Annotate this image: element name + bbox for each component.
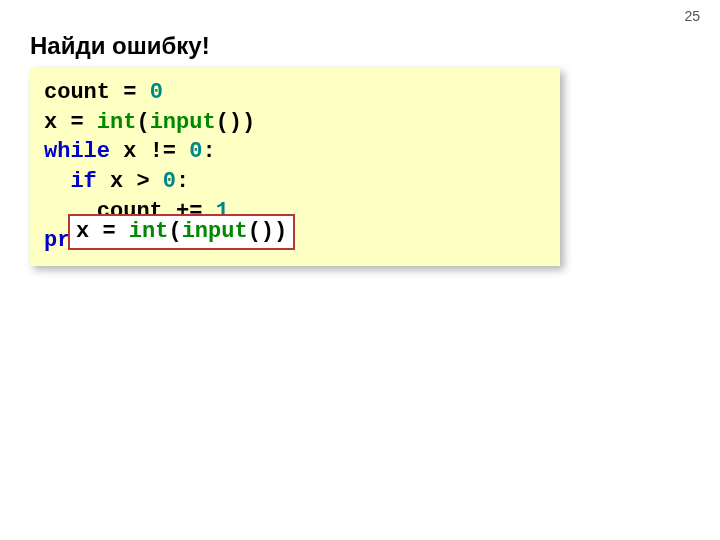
correction-overlay: x = int(input()) [68,214,295,250]
code-line-1: count = 0 [44,78,546,108]
slide-title: Найди ошибку! [30,32,210,60]
code-line-2: x = int(input()) [44,108,546,138]
page-number: 25 [684,8,700,24]
code-line-3: while x != 0: [44,137,546,167]
code-line-4: if x > 0: [44,167,546,197]
